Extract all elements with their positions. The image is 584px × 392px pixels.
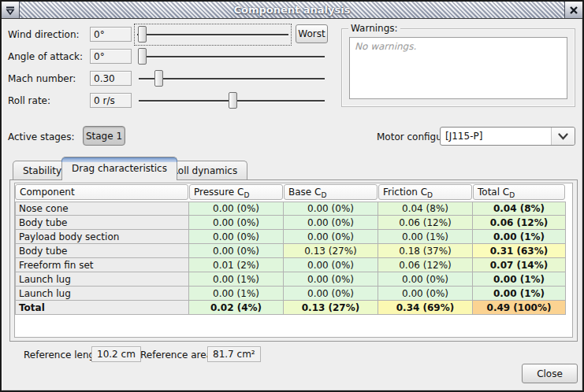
column-header-label: Pressure C <box>194 187 244 198</box>
stage-1-toggle[interactable]: Stage 1 <box>83 126 125 146</box>
total-cd-cell: 0.04 (8%) <box>473 202 566 216</box>
roll-rate-slider[interactable] <box>137 91 326 110</box>
base-cd-cell: 0.00 (0%) <box>284 216 378 230</box>
component-cell: Body tube <box>15 244 189 258</box>
pressure-cd-cell: 0.00 (0%) <box>189 230 284 244</box>
active-stages-label: Active stages: <box>8 131 75 142</box>
base-cd-cell: 0.13 (27%) <box>284 244 378 258</box>
pressure-cd-cell: 0.00 (0%) <box>189 244 284 258</box>
slider-track <box>139 56 325 57</box>
friction-cd-cell: 0.06 (12%) <box>378 216 473 230</box>
close-icon <box>568 5 579 16</box>
component-cell: Total <box>15 301 189 315</box>
friction-cd-cell: 0.34 (69%) <box>378 301 473 315</box>
total-cd-cell: 0.07 (14%) <box>473 258 566 272</box>
component-cell: Launch lug <box>15 287 189 301</box>
warnings-group: Warnings: No warnings. <box>341 28 575 107</box>
pressure-cd-cell: 0.00 (1%) <box>189 272 284 287</box>
table-row: Launch lug 0.00 (1%) 0.00 (0%) 0.00 (0%)… <box>15 272 566 287</box>
window-menu-icon <box>5 5 16 16</box>
table-row: Nose cone 0.00 (0%) 0.00 (0%) 0.04 (8%) … <box>15 202 566 216</box>
reference-length-value: 10.2 cm <box>91 346 141 362</box>
warnings-title: Warnings: <box>348 23 400 34</box>
angle-of-attack-input[interactable] <box>90 49 132 64</box>
base-cd-cell: 0.00 (0%) <box>284 202 378 216</box>
column-header-friction-cd[interactable]: Friction CD <box>378 183 473 202</box>
title-bar: Component analysis <box>2 2 582 19</box>
table-row: Body tube 0.00 (0%) 0.13 (27%) 0.18 (37%… <box>15 244 566 258</box>
friction-cd-cell: 0.00 (1%) <box>378 230 473 244</box>
table-row: Launch lug 0.00 (1%) 0.00 (0%) 0.00 (0%)… <box>15 287 566 301</box>
pressure-cd-cell: 0.00 (1%) <box>189 287 284 301</box>
wind-direction-slider[interactable] <box>136 25 290 44</box>
roll-rate-input[interactable] <box>90 93 132 108</box>
total-cd-cell: 0.06 (12%) <box>473 216 566 230</box>
column-header-label: Friction C <box>383 187 427 198</box>
table-row: Freeform fin set 0.01 (2%) 0.00 (0%) 0.0… <box>15 258 566 272</box>
motor-configuration-value: [J115-P] <box>441 131 551 142</box>
wind-direction-input[interactable] <box>90 27 132 42</box>
mach-number-input[interactable] <box>90 71 132 86</box>
base-cd-cell: 0.00 (0%) <box>284 230 378 244</box>
reference-area-value: 81.7 cm² <box>207 346 261 362</box>
roll-rate-slider-thumb[interactable] <box>229 92 237 109</box>
worst-button[interactable]: Worst <box>296 24 328 43</box>
wind-direction-slider-thumb[interactable] <box>138 26 147 43</box>
mach-number-slider-thumb[interactable] <box>154 70 163 87</box>
table-row: Body tube 0.00 (0%) 0.00 (0%) 0.06 (12%)… <box>15 216 566 230</box>
angle-of-attack-slider[interactable] <box>137 47 326 66</box>
friction-cd-cell: 0.04 (8%) <box>378 202 473 216</box>
table-header-row: Component Pressure CD Base CD Friction C… <box>15 183 566 202</box>
column-header-label: Component <box>20 187 75 198</box>
base-cd-cell: 0.00 (0%) <box>284 258 378 272</box>
angle-of-attack-slider-thumb[interactable] <box>138 48 147 65</box>
wind-direction-label: Wind direction: <box>8 29 80 40</box>
reference-area-label: Reference area: <box>140 349 215 361</box>
base-cd-cell: 0.13 (27%) <box>284 301 378 315</box>
total-cd-cell: 0.00 (1%) <box>473 287 566 301</box>
total-cd-cell: 0.31 (63%) <box>473 244 566 258</box>
friction-cd-cell: 0.00 (0%) <box>378 272 473 287</box>
component-cell: Payload body section <box>15 230 189 244</box>
window-title: Component analysis <box>20 2 564 18</box>
drag-characteristics-panel: Component Pressure CD Base CD Friction C… <box>9 179 578 342</box>
column-header-component[interactable]: Component <box>15 183 189 202</box>
friction-cd-cell: 0.00 (0%) <box>378 287 473 301</box>
friction-cd-cell: 0.18 (37%) <box>378 244 473 258</box>
table-row-total: Total 0.02 (4%) 0.13 (27%) 0.34 (69%) 0.… <box>15 301 566 315</box>
motor-configuration-select[interactable]: [J115-P] <box>440 127 575 146</box>
friction-cd-cell: 0.06 (12%) <box>378 258 473 272</box>
pressure-cd-cell: 0.00 (0%) <box>189 216 284 230</box>
slider-track <box>137 34 288 35</box>
column-header-label: Total C <box>478 187 509 198</box>
component-cell: Launch lug <box>15 272 189 287</box>
column-header-total-cd[interactable]: Total CD <box>473 183 566 202</box>
base-cd-cell: 0.00 (0%) <box>284 272 378 287</box>
warnings-list: No warnings. <box>349 37 567 99</box>
pressure-cd-cell: 0.01 (2%) <box>189 258 284 272</box>
column-header-pressure-cd[interactable]: Pressure CD <box>189 183 284 202</box>
base-cd-cell: 0.00 (0%) <box>284 287 378 301</box>
drag-table-viewport: Component Pressure CD Base CD Friction C… <box>14 183 573 338</box>
component-cell: Body tube <box>15 216 189 230</box>
mach-number-label: Mach number: <box>8 73 76 84</box>
slider-track <box>139 78 325 80</box>
drag-table: Component Pressure CD Base CD Friction C… <box>15 183 566 315</box>
window-menu-button[interactable] <box>2 2 20 18</box>
pressure-cd-cell: 0.02 (4%) <box>189 301 284 315</box>
total-cd-cell: 0.00 (1%) <box>473 272 566 287</box>
tab-drag-characteristics[interactable]: Drag characteristics <box>61 157 177 180</box>
angle-of-attack-label: Angle of attack: <box>8 51 83 62</box>
column-header-base-cd[interactable]: Base CD <box>284 183 378 202</box>
close-window-button[interactable] <box>564 2 582 18</box>
component-analysis-dialog: Component analysis Wind direction: Worst… <box>0 0 584 392</box>
mach-number-slider[interactable] <box>137 69 326 88</box>
close-button[interactable]: Close <box>522 364 578 383</box>
column-header-label: Base C <box>288 187 321 198</box>
component-cell: Freeform fin set <box>15 258 189 272</box>
roll-rate-label: Roll rate: <box>8 95 50 106</box>
table-row: Payload body section 0.00 (0%) 0.00 (0%)… <box>15 230 566 244</box>
total-cd-cell: 0.49 (100%) <box>473 301 566 315</box>
pressure-cd-cell: 0.00 (0%) <box>189 202 284 216</box>
total-cd-cell: 0.00 (1%) <box>473 230 566 244</box>
